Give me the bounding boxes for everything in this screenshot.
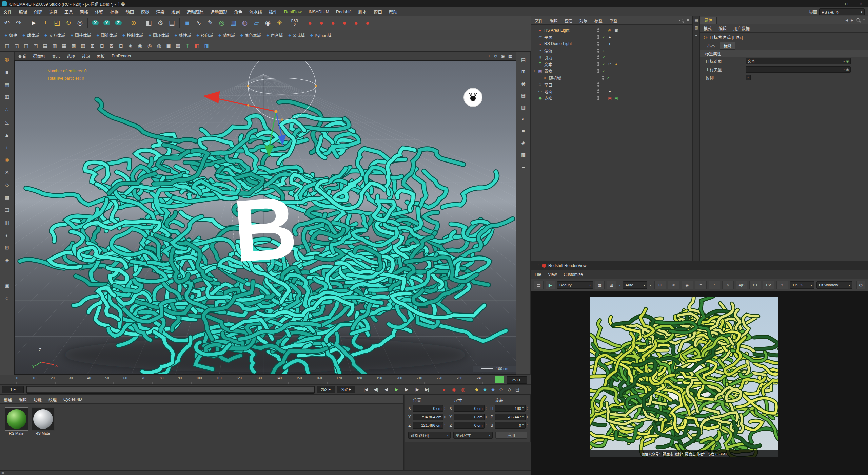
prev-key-button[interactable]: ◀| [371, 385, 381, 394]
object-manager-menu-item[interactable]: 查看 [561, 17, 576, 24]
bucket-mode-icon[interactable]: ▦ [595, 281, 605, 289]
y-axis-lock[interactable]: Y [101, 17, 113, 28]
dock-grid-icon[interactable]: ⊞ [519, 67, 528, 76]
snapshot-icon[interactable]: ◉ [682, 281, 693, 289]
crop-icon[interactable]: # [668, 281, 679, 289]
add-generator-button[interactable]: ◎ [216, 17, 228, 28]
object-manager-menu-item[interactable]: 对象 [576, 17, 591, 24]
menu-item[interactable]: Redshift [333, 8, 355, 15]
object-row[interactable]: ▭ 地面 ● [531, 88, 692, 95]
add-light-button[interactable]: ☀ [274, 17, 285, 28]
object-row[interactable]: ◒ RS Dome Light ◐ [531, 40, 692, 47]
drag-grip-icon[interactable]: ⋮⋮ [533, 264, 540, 268]
toggle-views-icon[interactable]: ▦ [508, 54, 512, 59]
position-input[interactable]: -121.486 cm [413, 422, 443, 429]
modeling-tool-icon-1[interactable]: ◰ [3, 41, 12, 50]
enable-check[interactable]: ✓ [601, 55, 606, 60]
visibility-dots[interactable] [596, 96, 600, 100]
link-up-icon[interactable]: ▴ [843, 60, 845, 63]
palette-icon-16[interactable]: ⊞ [2, 243, 12, 253]
live-selection-tool[interactable]: ► [28, 17, 40, 28]
object-tag-icon[interactable]: ● [607, 89, 612, 93]
object-manager-menu-item[interactable]: 书签 [606, 17, 621, 24]
dock-target-icon[interactable]: ◉ [519, 79, 528, 88]
next-frame-button[interactable]: ▶ [401, 385, 412, 394]
modeling-tool-icon-3[interactable]: ◲ [22, 41, 31, 50]
pick-object-icon[interactable]: ◉ [846, 68, 849, 71]
palette-icon-14[interactable]: ▥ [2, 217, 12, 228]
playback-options-toggle[interactable]: ▤ [513, 385, 521, 394]
object-tag-icon[interactable]: ▣ [614, 28, 619, 33]
range-end-field[interactable]: 252 F [317, 386, 335, 393]
cone-field-button[interactable]: ◆ 圆锥体域 [94, 31, 120, 39]
radial-field-button[interactable]: ◆ 径向域 [194, 31, 216, 39]
model-mode-icon[interactable]: ■ [2, 67, 12, 77]
minimize-button[interactable]: — [825, 0, 840, 7]
edge-mode-icon[interactable]: ◺ [2, 117, 12, 127]
text-plugin-icon[interactable]: T [183, 41, 192, 50]
position-input[interactable]: 794.864 cm [413, 414, 443, 420]
menu-item[interactable]: 模拟 [137, 7, 153, 16]
close-button[interactable]: × [854, 0, 868, 7]
object-tag-icon[interactable]: ◐ [607, 42, 612, 46]
object-name[interactable]: 平面 [544, 34, 595, 40]
link-up-icon[interactable]: ▴ [843, 68, 845, 71]
max-frame-field[interactable]: 252 F [337, 386, 355, 393]
menu-item[interactable]: 帮助 [386, 7, 401, 16]
scale-record-toggle[interactable]: ◆ [481, 385, 489, 394]
palette-icon-13[interactable]: ▤ [2, 205, 12, 215]
render-queue-button[interactable]: ▤ [166, 17, 178, 28]
filter-icon[interactable]: ≡ [687, 18, 689, 23]
object-row[interactable]: ◆ 克隆 ▣ ▣ [531, 95, 692, 101]
enable-check[interactable]: ✓ [601, 49, 606, 53]
polygon-mode-icon[interactable]: ▲ [2, 130, 12, 140]
menu-item[interactable]: RealFlow [281, 8, 305, 15]
modeling-tool-icon-7[interactable]: ▦ [60, 41, 68, 50]
spinner[interactable]: ▴▾ [444, 407, 445, 410]
visibility-dots[interactable] [601, 76, 605, 80]
viewport-menu-item[interactable]: 查看 [15, 52, 29, 60]
object-row[interactable]: ⇓ 引力 ✓ [531, 54, 692, 61]
menu-item[interactable]: 网格 [76, 7, 92, 16]
plugin-icon-2[interactable]: ◨ [202, 41, 211, 50]
realflow-button-6[interactable]: ● [362, 17, 373, 28]
section-header[interactable]: 标签属性 [700, 50, 868, 57]
realflow-button-4[interactable]: ● [339, 17, 350, 28]
one-to-one-icon[interactable]: 1:1 [749, 281, 761, 289]
undo-button[interactable]: ↶ [1, 17, 13, 28]
object-name[interactable]: 湍流 [544, 48, 595, 54]
render-view-button[interactable]: ◧ [143, 17, 155, 28]
send-to-pv-icon[interactable]: PV [763, 281, 774, 289]
object-name[interactable]: 空白 [544, 82, 595, 88]
random-field-button[interactable]: ◆ 随机域 [216, 31, 238, 39]
modeling-tool-icon-16[interactable]: ◎ [145, 41, 154, 50]
expand-arrow[interactable]: + [533, 69, 536, 73]
viewport-menu-item[interactable]: 选项 [63, 52, 78, 60]
palette-icon-19[interactable]: ▣ [2, 280, 12, 290]
enable-check[interactable]: ✓ [601, 35, 606, 39]
visibility-dots[interactable] [596, 49, 600, 53]
size-input[interactable]: 0 cm [454, 405, 484, 412]
modeling-tool-icon-17[interactable]: ◍ [155, 41, 163, 50]
autokey-button[interactable]: ◉ [449, 385, 458, 394]
forward-icon[interactable]: ▶ [851, 18, 853, 22]
zoom-dropdown[interactable]: 115 %▾ [790, 281, 814, 289]
maximize-button[interactable]: ◻ [840, 0, 854, 7]
psr-button[interactable]: PSR 0 [289, 17, 300, 28]
enable-check[interactable]: ✓ [601, 62, 606, 66]
visibility-dots[interactable] [596, 42, 600, 46]
search-icon[interactable] [856, 18, 860, 22]
tab-basic[interactable]: 基本 [704, 42, 718, 49]
material-thumb[interactable] [32, 407, 55, 431]
formula-field-button[interactable]: ◆ 公式域 [286, 31, 308, 39]
renderview-menu-item[interactable]: File [531, 271, 545, 278]
attributes-tab[interactable]: 属性 [700, 17, 717, 24]
content-tab-icon[interactable]: ▥ [694, 25, 698, 30]
object-name[interactable]: 随机域 [549, 75, 600, 81]
add-deformer-button[interactable]: ◍ [239, 17, 251, 28]
object-manager-menu-item[interactable]: 编辑 [546, 17, 561, 24]
convert-editable-icon[interactable]: ◍ [2, 54, 12, 64]
material-label[interactable]: RS Mate [32, 431, 54, 435]
modeling-tool-icon-6[interactable]: ▥ [50, 41, 59, 50]
enable-check[interactable]: ✓ [606, 76, 611, 80]
